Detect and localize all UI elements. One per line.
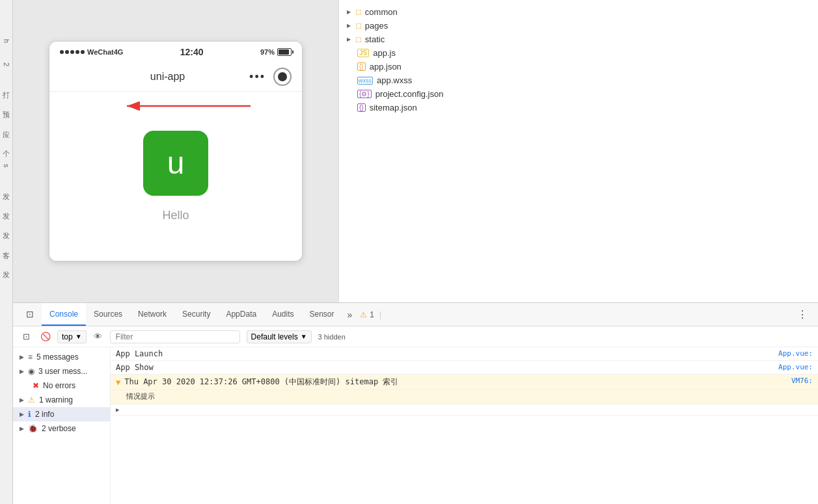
file-name: static	[365, 34, 385, 44]
status-left: WeChat4G	[60, 48, 123, 56]
filter-info-label: 2 info	[35, 410, 54, 419]
log-entry: App Launch App.vue:	[111, 347, 818, 361]
signal-dot	[81, 50, 85, 54]
config-file-icon: {⚙}	[357, 90, 372, 98]
tab-sources[interactable]: Sources	[86, 303, 130, 326]
file-item-app-wxss[interactable]: wxss app.wxss	[339, 73, 818, 87]
folder-icon: □	[356, 21, 361, 31]
devtools-area: ⊡ Console Sources Network Security AppDa…	[13, 302, 818, 504]
tab-console[interactable]: Console	[42, 303, 86, 326]
info-icon: ℹ	[28, 410, 31, 419]
levels-selector[interactable]: Default levels ▼	[247, 330, 312, 343]
console-content: ▶ ≡ 5 messages ▶ ◉ 3 user mess... ✖ No e…	[13, 347, 818, 504]
sidebar-char: 2	[3, 62, 10, 66]
tab-audits-label: Audits	[272, 310, 293, 319]
filter-messages[interactable]: ▶ ≡ 5 messages	[13, 350, 110, 364]
file-item-app-js[interactable]: JS app.js	[339, 46, 818, 60]
sidebar-char: h	[3, 39, 10, 43]
devtools-tabs: ⊡ Console Sources Network Security AppDa…	[13, 303, 818, 326]
tab-network[interactable]: Network	[130, 303, 174, 326]
log-text: Thu Apr 30 2020 12:37:26 GMT+0800 (中国标准时…	[124, 377, 787, 388]
battery-icon	[277, 48, 292, 56]
expand-arrow-icon[interactable]: ▶	[116, 406, 119, 413]
top-section: WeChat4G 12:40 97% uni-app •••	[13, 0, 818, 302]
phone-area: WeChat4G 12:40 97% uni-app •••	[13, 0, 338, 302]
battery-fill	[279, 49, 289, 55]
tab-settings-button[interactable]: ⋮	[792, 308, 813, 321]
phone-title: uni-app	[150, 71, 185, 83]
file-item-static[interactable]: ▶ □ static	[339, 33, 818, 46]
log-entry: App Show App.vue:	[111, 361, 818, 375]
tab-network-label: Network	[138, 310, 167, 319]
filter-arrow-icon: ▶	[20, 411, 24, 418]
tab-security-label: Security	[182, 310, 210, 319]
log-link[interactable]: App.vue:	[778, 349, 813, 358]
log-text: App Launch	[116, 349, 774, 358]
filter-arrow-icon: ▶	[20, 425, 24, 432]
phone-content: u Hello	[49, 92, 302, 261]
filter-arrow-icon: ▶	[20, 368, 24, 375]
file-item-pages[interactable]: ▶ □ pages	[339, 19, 818, 33]
file-item-app-json[interactable]: {} app.json	[339, 60, 818, 73]
log-entry-expand: ▶	[111, 405, 818, 416]
status-time: 12:40	[180, 47, 204, 57]
filter-info[interactable]: ▶ ℹ 2 info	[13, 407, 110, 421]
eye-button[interactable]: 👁	[90, 329, 106, 345]
inspector-icon: ⊡	[26, 309, 34, 319]
warning-detail: 情况提示	[111, 390, 818, 405]
warning-expand-icon[interactable]: ▼	[116, 378, 120, 387]
tab-appdata[interactable]: AppData	[218, 303, 264, 326]
tab-audits[interactable]: Audits	[264, 303, 301, 326]
filter-messages-label: 5 messages	[36, 352, 79, 362]
filter-errors[interactable]: ✖ No errors	[13, 378, 110, 393]
filter-verbose[interactable]: ▶ 🐞 2 verbose	[13, 421, 110, 436]
tab-inspector[interactable]: ⊡	[18, 303, 42, 326]
context-selector[interactable]: top ▼	[57, 330, 87, 343]
tab-sensor-label: Sensor	[310, 310, 334, 319]
console-toolbar: ⊡ 🚫 top ▼ 👁 Default levels ▼ 3 hidden	[13, 326, 818, 347]
phone-status-bar: WeChat4G 12:40 97%	[49, 42, 302, 62]
uni-logo-letter: u	[167, 148, 185, 179]
filter-input[interactable]	[110, 330, 240, 343]
clear-console-button[interactable]: 🚫	[38, 329, 53, 345]
error-icon: ✖	[33, 381, 39, 390]
log-link[interactable]: VM76:	[791, 377, 813, 385]
folder-arrow-icon: ▶	[347, 36, 351, 42]
file-name: project.config.json	[375, 89, 444, 99]
file-item-common[interactable]: ▶ □ common	[339, 5, 818, 19]
context-dropdown-icon: ▼	[75, 333, 82, 340]
file-name: common	[365, 7, 398, 17]
settings-icon: ⋮	[792, 309, 813, 320]
filter-arrow-icon: ▶	[20, 397, 24, 403]
filter-user-messages[interactable]: ▶ ◉ 3 user mess...	[13, 364, 110, 378]
folder-arrow-icon: ▶	[347, 9, 351, 15]
config-file-icon: {}	[357, 103, 366, 112]
warning-icon: ⚠	[28, 395, 35, 405]
wxss-file-icon: wxss	[357, 77, 373, 85]
main-area: WeChat4G 12:40 97% uni-app •••	[13, 0, 818, 504]
console-panel-icon[interactable]: ⊡	[18, 329, 34, 345]
warning-badge-icon: ⚠	[360, 310, 367, 319]
signal-dot	[75, 50, 79, 54]
record-button[interactable]	[273, 68, 292, 86]
hidden-count-badge: 3 hidden	[318, 333, 346, 341]
nav-dots-icon[interactable]: •••	[249, 70, 266, 84]
log-entry-warning: ▼ Thu Apr 30 2020 12:37:26 GMT+0800 (中国标…	[111, 375, 818, 390]
folder-icon: □	[356, 34, 361, 44]
tab-sensor[interactable]: Sensor	[302, 303, 342, 326]
file-item-sitemap[interactable]: {} sitemap.json	[339, 101, 818, 114]
file-item-project-config[interactable]: {⚙} project.config.json	[339, 87, 818, 101]
tab-appdata-label: AppData	[226, 310, 256, 319]
levels-label: Default levels	[251, 332, 298, 341]
json-file-icon: {}	[357, 62, 366, 71]
phone-frame: WeChat4G 12:40 97% uni-app •••	[49, 41, 303, 261]
warning-badge-count: 1	[370, 310, 374, 319]
tab-more-button[interactable]: »	[342, 310, 358, 320]
filter-verbose-label: 2 verbose	[42, 424, 76, 433]
console-log-area: App Launch App.vue: App Show App.vue: ▼ …	[111, 347, 818, 504]
log-link[interactable]: App.vue:	[778, 363, 813, 371]
filter-warnings[interactable]: ▶ ⚠ 1 warning	[13, 393, 110, 407]
tab-security[interactable]: Security	[174, 303, 218, 326]
tab-console-label: Console	[49, 310, 78, 319]
status-right: 97%	[260, 48, 292, 56]
